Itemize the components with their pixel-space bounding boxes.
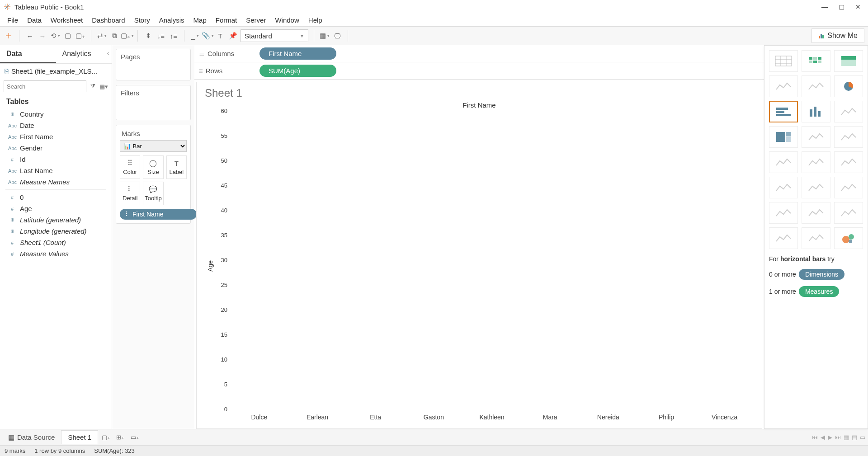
showme-line3[interactable] [834, 151, 863, 173]
menu-analysis[interactable]: Analysis [155, 14, 189, 26]
showme-area1[interactable] [769, 177, 798, 198]
sort-button[interactable]: ↑≡ [169, 31, 179, 41]
showme-vbar[interactable] [802, 101, 830, 122]
redo-button[interactable]: → [38, 31, 47, 41]
menu-story[interactable]: Story [130, 14, 155, 26]
sheet-nav-next-icon[interactable]: ▶ [828, 434, 832, 441]
pin-button[interactable]: 📌 [228, 31, 238, 41]
cards-button[interactable]: ▦ [320, 31, 330, 41]
showme-line1[interactable] [769, 151, 798, 173]
highlight-button[interactable]: ⎯ [190, 31, 200, 41]
tab-analytics[interactable]: Analytics [56, 45, 112, 63]
showme-tree[interactable] [769, 126, 798, 148]
new-dashboard-button[interactable]: ⊞₊ [113, 431, 127, 444]
rows-shelf[interactable]: ≡Rows SUM(Age) [194, 62, 764, 80]
menu-file[interactable]: File [3, 14, 23, 26]
field-last-name[interactable]: AbcLast Name [0, 165, 112, 176]
pages-shelf[interactable]: Pages [116, 49, 191, 80]
sheet-sorter-icon[interactable]: ▦ [844, 434, 849, 441]
showme-line2[interactable] [802, 151, 830, 173]
duplicate-button[interactable]: ⧉ [109, 31, 119, 41]
showme-bullet[interactable] [802, 227, 830, 249]
maximize-button[interactable]: ▢ [839, 3, 844, 10]
field-sheet1-count-[interactable]: #Sheet1 (Count) [0, 237, 112, 248]
field-latitude-generated-[interactable]: ⊕Latitude (generated) [0, 214, 112, 226]
field-0[interactable]: #0 [0, 192, 112, 203]
showme-heatmap[interactable] [802, 50, 830, 72]
sheet-title[interactable]: Sheet 1 [205, 87, 754, 99]
showme-highlight[interactable] [834, 50, 863, 72]
field-gender[interactable]: AbcGender [0, 142, 112, 154]
marktype-select[interactable]: 📊 Bar [120, 140, 187, 152]
filters-shelf[interactable]: Filters [116, 85, 191, 120]
marks-detail-pill[interactable]: ⠇ First Name [120, 209, 197, 220]
field-id[interactable]: #Id [0, 154, 112, 165]
tabs-icon[interactable]: ▭ [860, 434, 865, 441]
showme-stacked[interactable] [834, 101, 863, 122]
menu-dashboard[interactable]: Dashboard [87, 14, 129, 26]
marks-detail[interactable]: ⠇Detail [120, 182, 140, 205]
showme-area2[interactable] [802, 177, 830, 198]
sort-asc-button[interactable]: ⬍ [143, 31, 153, 41]
menu-format[interactable]: Format [211, 14, 242, 26]
swap-button[interactable]: ⇄ [97, 31, 107, 41]
field-age[interactable]: #Age [0, 203, 112, 214]
close-button[interactable]: ✕ [855, 3, 861, 10]
showme-box[interactable] [834, 202, 863, 224]
showme-map-symbol[interactable] [769, 75, 798, 97]
save-button[interactable]: ⟲ [50, 31, 60, 41]
clear-button[interactable]: ▢ₓ [122, 31, 132, 41]
showme-combo[interactable] [834, 177, 863, 198]
marks-label[interactable]: TLabel [166, 155, 187, 179]
group-button[interactable]: 📎 [203, 31, 212, 41]
menu-worksheet[interactable]: Worksheet [46, 14, 87, 26]
showme-small1[interactable] [769, 227, 798, 249]
new-datasource-button[interactable]: ▢ [63, 31, 73, 41]
sheet-nav-prev-icon[interactable]: ◀ [821, 434, 825, 441]
field-first-name[interactable]: AbcFirst Name [0, 131, 112, 142]
search-input[interactable] [4, 80, 86, 92]
view-options-icon[interactable]: ▤▾ [99, 82, 108, 91]
showme-bubble[interactable] [834, 227, 863, 249]
new-worksheet-button[interactable]: ▢₊ [75, 31, 85, 41]
datasource-tab[interactable]: ▦Data Source [3, 431, 60, 444]
showme-map-fill[interactable] [802, 75, 830, 97]
presentation-button[interactable]: 🖵 [332, 31, 342, 41]
rows-pill[interactable]: SUM(Age) [259, 65, 336, 77]
field-measure-names[interactable]: AbcMeasure Names [0, 176, 112, 188]
menu-data[interactable]: Data [23, 14, 46, 26]
showme-table[interactable] [769, 50, 798, 72]
sheet-nav-first-icon[interactable]: ⏮ [812, 434, 818, 441]
datasource-row[interactable]: ⎘ Sheet1 (file_example_XLS... [0, 64, 112, 79]
new-story-button[interactable]: ▭₊ [128, 431, 142, 444]
menu-window[interactable]: Window [270, 14, 303, 26]
showme-circle[interactable] [802, 126, 830, 148]
marks-size[interactable]: ◯Size [143, 155, 163, 179]
sheet-tab[interactable]: Sheet 1 [61, 430, 98, 444]
showme-hbar[interactable] [769, 101, 798, 122]
tab-data[interactable]: Data [0, 45, 56, 63]
menu-help[interactable]: Help [304, 14, 327, 26]
show-me-button[interactable]: Show Me [811, 28, 864, 43]
menu-map[interactable]: Map [189, 14, 211, 26]
showme-pie[interactable] [834, 75, 863, 97]
field-longitude-generated-[interactable]: ⊕Longitude (generated) [0, 226, 112, 237]
fit-select[interactable]: Standard▼ [241, 29, 308, 42]
filmstrip-icon[interactable]: ▤ [852, 434, 857, 441]
plot-area[interactable]: 051015202530354045505560 DulceEarleanEtt… [214, 111, 754, 421]
showme-scatter[interactable] [769, 202, 798, 224]
text-button[interactable]: T [215, 31, 225, 41]
filter-icon[interactable]: ⧩ [88, 82, 97, 91]
marks-tooltip[interactable]: 💬Tooltip [143, 182, 163, 205]
sort-desc-button[interactable]: ↓≡ [156, 31, 166, 41]
showme-histo[interactable] [802, 202, 830, 224]
marks-color[interactable]: ⠿Color [120, 155, 140, 179]
field-country[interactable]: ⊕Country [0, 108, 112, 120]
minimize-button[interactable]: — [821, 3, 828, 10]
showme-side[interactable] [834, 126, 863, 148]
columns-shelf[interactable]: ≣Columns First Name [194, 45, 764, 62]
field-date[interactable]: AbcDate [0, 120, 112, 131]
undo-button[interactable]: ← [25, 31, 35, 41]
field-measure-values[interactable]: #Measure Values [0, 248, 112, 259]
new-sheet-button[interactable]: ▢₊ [99, 431, 113, 444]
